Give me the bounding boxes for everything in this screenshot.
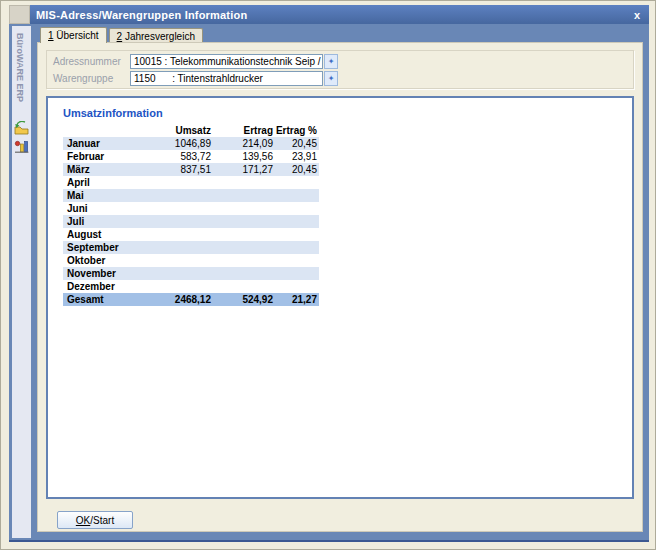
header-cell-ertrag-pct: Ertrag % bbox=[273, 124, 319, 137]
value-cell: 2468,12 bbox=[149, 293, 211, 306]
bar-chart-icon bbox=[14, 139, 29, 157]
table-row: Februar583,72139,5623,91 bbox=[63, 150, 319, 163]
month-cell: April bbox=[63, 176, 149, 189]
value-cell bbox=[273, 254, 319, 267]
month-cell: Oktober bbox=[63, 254, 149, 267]
adressnummer-dropdown-button[interactable]: ✦ bbox=[324, 54, 338, 69]
umsatz-panel: Umsatzinformation Umsatz Ertrag Ertrag %… bbox=[46, 96, 634, 499]
value-cell bbox=[149, 176, 211, 189]
form-row: Warengruppe 1150 : Tintenstrahldrucker ✦ bbox=[53, 71, 338, 86]
app-window: MIS-Adress/Warengruppen Information x Bü… bbox=[0, 0, 656, 550]
table-row: Januar1046,89214,0920,45 bbox=[63, 137, 319, 150]
tab-uebersicht[interactable]: 1 Übersicht bbox=[40, 27, 107, 43]
value-cell bbox=[211, 202, 273, 215]
diamond-icon: ✦ bbox=[328, 58, 335, 66]
ok-start-label-accel: OK bbox=[76, 515, 90, 526]
value-cell bbox=[273, 267, 319, 280]
chart-button[interactable] bbox=[13, 140, 30, 156]
table-row: Juli bbox=[63, 215, 319, 228]
table-row: September bbox=[63, 241, 319, 254]
value-cell: 20,45 bbox=[273, 137, 319, 150]
value-cell: 214,09 bbox=[211, 137, 273, 150]
tab-bar: 1 Übersicht 2 Jahresvergleich bbox=[40, 27, 205, 43]
table-row: November bbox=[63, 267, 319, 280]
month-cell: Juli bbox=[63, 215, 149, 228]
header-cell-ertrag: Ertrag bbox=[211, 124, 273, 137]
table-row: Gesamt2468,12524,9221,27 bbox=[63, 293, 319, 306]
corner-box bbox=[9, 5, 30, 24]
month-cell: Gesamt bbox=[63, 293, 149, 306]
folder-export-icon bbox=[14, 121, 29, 139]
value-cell bbox=[211, 254, 273, 267]
month-cell: Mai bbox=[63, 189, 149, 202]
brand-label: BüroWARE ERP bbox=[15, 33, 25, 102]
window-frame: BüroWARE ERP bbox=[9, 24, 649, 542]
header-cell-month bbox=[63, 124, 149, 137]
table-row: April bbox=[63, 176, 319, 189]
value-cell: 837,51 bbox=[149, 163, 211, 176]
value-cell: 583,72 bbox=[149, 150, 211, 163]
form-row: Adressnummer 10015 : Telekommunikationst… bbox=[53, 54, 338, 69]
value-cell bbox=[273, 241, 319, 254]
window-title: MIS-Adress/Warengruppen Information bbox=[30, 9, 247, 21]
sidebar: BüroWARE ERP bbox=[12, 26, 31, 538]
table-header-row: Umsatz Ertrag Ertrag % bbox=[63, 124, 319, 137]
umsatz-table: Umsatz Ertrag Ertrag % Januar1046,89214,… bbox=[63, 124, 319, 306]
table-row: August bbox=[63, 228, 319, 241]
value-cell bbox=[211, 228, 273, 241]
month-cell: September bbox=[63, 241, 149, 254]
month-cell: März bbox=[63, 163, 149, 176]
value-cell: 21,27 bbox=[273, 293, 319, 306]
value-cell bbox=[273, 228, 319, 241]
umsatz-table-body: Januar1046,89214,0920,45Februar583,72139… bbox=[63, 137, 319, 306]
diamond-icon: ✦ bbox=[328, 75, 335, 83]
value-cell bbox=[211, 189, 273, 202]
value-cell bbox=[273, 215, 319, 228]
value-cell: 171,27 bbox=[211, 163, 273, 176]
value-cell bbox=[211, 215, 273, 228]
value-cell bbox=[273, 189, 319, 202]
month-cell: Februar bbox=[63, 150, 149, 163]
month-cell: Dezember bbox=[63, 280, 149, 293]
value-cell bbox=[149, 280, 211, 293]
adressnummer-label: Adressnummer bbox=[53, 56, 130, 67]
warengruppe-field[interactable]: 1150 : Tintenstrahldrucker bbox=[130, 71, 323, 86]
month-cell: November bbox=[63, 267, 149, 280]
tab-jahresvergleich[interactable]: 2 Jahresvergleich bbox=[109, 28, 203, 43]
value-cell bbox=[211, 280, 273, 293]
warengruppe-label: Warengruppe bbox=[53, 73, 130, 84]
header-cell-umsatz: Umsatz bbox=[149, 124, 211, 137]
value-cell bbox=[273, 176, 319, 189]
selection-groupbox: Adressnummer 10015 : Telekommunikationst… bbox=[46, 50, 634, 89]
table-row: Oktober bbox=[63, 254, 319, 267]
value-cell bbox=[273, 280, 319, 293]
title-bar: MIS-Adress/Warengruppen Information x bbox=[30, 5, 649, 24]
folder-export-button[interactable] bbox=[13, 122, 30, 138]
value-cell bbox=[149, 202, 211, 215]
table-row: Dezember bbox=[63, 280, 319, 293]
adressnummer-field[interactable]: 10015 : Telekommunikationstechnik Seip /… bbox=[130, 54, 323, 69]
table-row: Juni bbox=[63, 202, 319, 215]
ok-start-label-rest: /Start bbox=[90, 515, 114, 526]
value-cell bbox=[211, 241, 273, 254]
value-cell bbox=[273, 202, 319, 215]
warengruppe-dropdown-button[interactable]: ✦ bbox=[324, 71, 338, 86]
value-cell: 139,56 bbox=[211, 150, 273, 163]
content-panel: Adressnummer 10015 : Telekommunikationst… bbox=[37, 42, 643, 532]
value-cell bbox=[149, 267, 211, 280]
table-row: Mai bbox=[63, 189, 319, 202]
close-button[interactable]: x bbox=[634, 9, 649, 21]
value-cell: 524,92 bbox=[211, 293, 273, 306]
value-cell bbox=[149, 228, 211, 241]
month-cell: Juni bbox=[63, 202, 149, 215]
value-cell: 23,91 bbox=[273, 150, 319, 163]
month-cell: August bbox=[63, 228, 149, 241]
value-cell bbox=[149, 215, 211, 228]
month-cell: Januar bbox=[63, 137, 149, 150]
ok-start-button[interactable]: OK/Start bbox=[57, 511, 133, 529]
value-cell bbox=[211, 176, 273, 189]
panel-title: Umsatzinformation bbox=[63, 107, 163, 119]
value-cell: 20,45 bbox=[273, 163, 319, 176]
value-cell bbox=[149, 254, 211, 267]
value-cell bbox=[149, 241, 211, 254]
